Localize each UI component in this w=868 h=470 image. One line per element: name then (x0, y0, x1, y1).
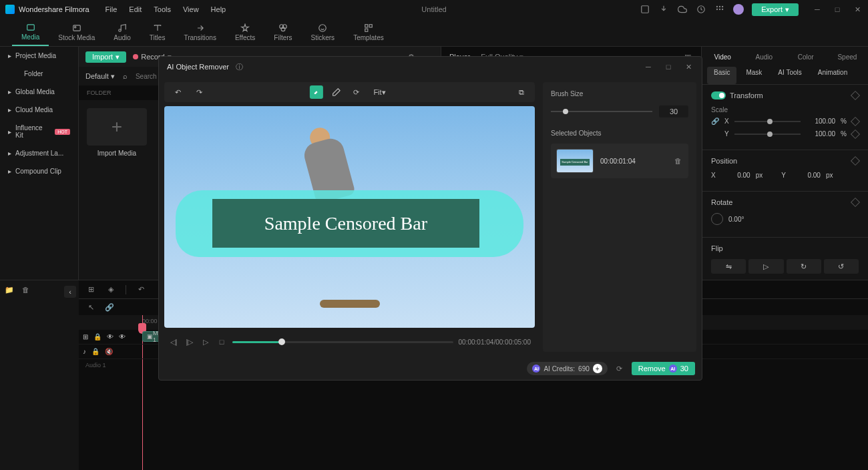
sidebar-item-folder[interactable]: Folder (0, 65, 78, 83)
menu-edit[interactable]: Edit (129, 5, 142, 13)
modal-minimize-icon[interactable]: ─ (643, 61, 654, 72)
maximize-icon[interactable]: □ (832, 4, 843, 15)
tab-stock[interactable]: Stock Media (49, 19, 104, 46)
subtab-ai[interactable]: AI Tools (771, 67, 808, 84)
sidebar-item-project[interactable]: ▸Project Media (0, 47, 78, 65)
modal-close-icon[interactable]: ✕ (683, 61, 694, 72)
close-icon[interactable]: ✕ (852, 4, 863, 15)
subtab-anim[interactable]: Animation (811, 67, 854, 84)
tab-video[interactable]: Video (702, 47, 743, 67)
preview-canvas[interactable]: Sample Censored Bar (164, 106, 535, 328)
cloud-icon[interactable] (677, 4, 688, 15)
tab-transitions[interactable]: Transitions (174, 19, 226, 46)
censor-bar: Sample Censored Bar (212, 199, 479, 248)
marker-icon[interactable]: ◈ (105, 284, 116, 295)
sidebar-item-adjustment[interactable]: ▸Adjustment La... (0, 144, 78, 162)
magnet-icon[interactable]: ⊞ (85, 284, 96, 295)
reset-tool[interactable]: ⟳ (349, 85, 363, 99)
brush-size-slider[interactable] (551, 111, 652, 112)
sidebar-item-global[interactable]: ▸Global Media (0, 83, 78, 101)
rotate-cw-button[interactable]: ↻ (787, 259, 821, 274)
ai-object-remover-dialog: AI Object Remover ⓘ ─ □ ✕ ↶ ↷ ⟳ Fit ▾ ⧉ (158, 56, 702, 381)
svg-point-10 (74, 27, 75, 28)
keyframe-icon[interactable] (851, 129, 860, 138)
svg-rect-0 (642, 6, 649, 13)
delete-selection-icon[interactable]: 🗑 (672, 156, 683, 166)
tab-color[interactable]: Color (785, 47, 827, 67)
svg-point-15 (319, 25, 327, 32)
search-icon: ⌕ (123, 72, 128, 80)
menu-help[interactable]: Help (211, 5, 226, 13)
info-icon[interactable]: ⓘ (234, 61, 245, 72)
tab-audio[interactable]: Audio (104, 19, 140, 46)
keyframe-icon[interactable] (851, 198, 860, 207)
rotate-ccw-button[interactable]: ↺ (824, 259, 859, 274)
tab-stickers[interactable]: Stickers (302, 19, 345, 46)
next-frame-icon[interactable]: |▷ (184, 336, 195, 347)
keyframe-icon[interactable] (851, 116, 860, 126)
modal-scrubber[interactable] (232, 341, 453, 343)
modal-maximize-icon[interactable]: □ (663, 61, 674, 72)
export-button[interactable]: Export▾ (752, 3, 799, 16)
transform-label: Transform (730, 91, 763, 99)
tab-audio-r[interactable]: Audio (743, 47, 785, 67)
play-icon[interactable]: ▷ (200, 336, 211, 347)
import-button[interactable]: Import ▾ (85, 51, 126, 63)
transform-toggle[interactable] (711, 91, 726, 99)
folder-add-icon[interactable]: 📁 (4, 284, 15, 295)
scale-x-slider[interactable] (734, 121, 801, 122)
brush-size-value[interactable]: 30 (659, 105, 688, 118)
undo-icon[interactable]: ↶ (171, 85, 184, 99)
svg-point-6 (719, 9, 720, 10)
rotate-dial[interactable] (711, 213, 723, 225)
position-label: Position (711, 157, 737, 165)
menu-file[interactable]: File (105, 5, 118, 13)
keyframe-icon[interactable] (851, 91, 860, 100)
sort-dropdown[interactable]: Default ▾ (85, 72, 115, 81)
sidebar-item-cloud[interactable]: ▸Cloud Media (0, 101, 78, 119)
brush-tool[interactable] (309, 85, 322, 99)
add-credits-button[interactable]: + (593, 364, 602, 373)
download-icon[interactable] (658, 4, 669, 15)
tab-titles[interactable]: Titles (140, 19, 175, 46)
prev-frame-icon[interactable]: ◁| (168, 336, 179, 347)
tab-media[interactable]: Media (12, 19, 49, 46)
selection-timecode: 00:00:01:04 (600, 158, 666, 165)
selected-object-item[interactable]: Sample Censored Bar 00:00:01:04 🗑 (551, 144, 688, 178)
collapse-icon[interactable]: ‹ (64, 286, 76, 298)
subtab-basic[interactable]: Basic (707, 67, 736, 84)
sidebar-item-compound[interactable]: ▸Compound Clip (0, 162, 78, 180)
tab-templates[interactable]: Templates (344, 19, 393, 46)
zoom-dropdown[interactable]: Fit ▾ (369, 85, 389, 99)
minimize-icon[interactable]: ─ (812, 4, 823, 15)
sidebar-item-influence[interactable]: ▸Influence KitHOT (0, 119, 78, 144)
tab-filters[interactable]: Filters (264, 19, 301, 46)
bin-icon[interactable]: 🗑 (20, 284, 31, 295)
tab-speed[interactable]: Speed (827, 47, 868, 67)
keyframe-icon[interactable] (851, 156, 860, 166)
cursor-icon[interactable]: ↖ (85, 302, 96, 312)
subtab-mask[interactable]: Mask (739, 67, 769, 84)
save-icon[interactable] (640, 4, 650, 15)
menu-tools[interactable]: Tools (154, 5, 171, 13)
redo-icon[interactable]: ↷ (192, 85, 206, 99)
remove-button[interactable]: Remove AI 30 (632, 362, 695, 375)
stop-icon[interactable]: □ (216, 336, 227, 347)
apps-icon[interactable] (714, 4, 725, 15)
svg-point-11 (119, 29, 122, 32)
flip-v-button[interactable]: ▷ (748, 259, 783, 274)
refresh-icon[interactable]: ⟳ (614, 363, 625, 374)
scale-y-slider[interactable] (734, 134, 801, 135)
avatar[interactable] (733, 4, 744, 15)
svg-rect-9 (73, 25, 81, 31)
import-media-card[interactable]: +Import Media (87, 108, 147, 157)
menu-bar: File Edit Tools View Help (105, 5, 226, 13)
flip-h-button[interactable]: ⇋ (711, 259, 746, 274)
history-icon[interactable] (696, 4, 706, 15)
menu-view[interactable]: View (183, 5, 199, 13)
link-icon[interactable]: 🔗 (104, 302, 115, 312)
undo-icon[interactable]: ↶ (136, 284, 146, 295)
compare-icon[interactable]: ⧉ (515, 85, 528, 99)
eraser-tool[interactable] (329, 85, 343, 99)
tab-effects[interactable]: Effects (226, 19, 264, 46)
